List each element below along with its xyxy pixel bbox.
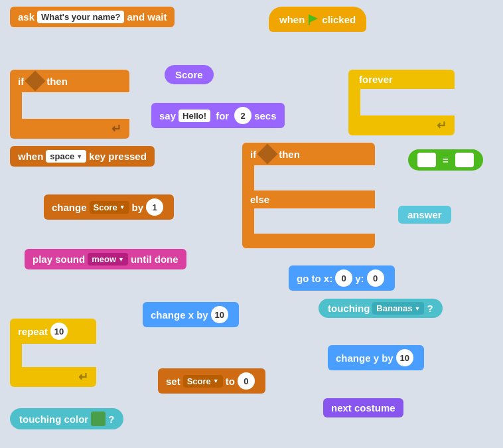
answer-block[interactable]: answer: [398, 206, 451, 224]
flag-icon: [307, 13, 319, 25]
set-label: set: [166, 376, 180, 387]
next-costume-block[interactable]: next costume: [323, 398, 403, 417]
until-done-label: until done: [131, 254, 179, 265]
change-y-label: change y by: [336, 352, 394, 364]
set-score-block[interactable]: set Score▼ to 0: [158, 368, 265, 394]
touching-block[interactable]: touching Bananas▼ ?: [319, 299, 443, 318]
touching-color-label: touching color: [19, 413, 88, 425]
go-to-block[interactable]: go to x: 0 y: 0: [289, 265, 395, 291]
set-dropdown[interactable]: Score▼: [183, 375, 223, 388]
forever-return-arrow: ↵: [437, 118, 447, 133]
ask-wait-block[interactable]: ask What's your name? and wait: [10, 7, 175, 27]
key-dropdown[interactable]: space▼: [46, 150, 86, 163]
answer-label: answer: [407, 209, 442, 220]
clicked-label: clicked: [322, 14, 356, 25]
when-key-label: when: [18, 151, 43, 162]
set-value[interactable]: 0: [238, 372, 255, 390]
score-label: Score: [175, 69, 203, 80]
goto-y[interactable]: 0: [367, 269, 384, 287]
repeat-block[interactable]: repeat 10 ↵: [10, 319, 96, 387]
equals-right[interactable]: [455, 153, 474, 167]
if-then-label: then: [279, 149, 300, 160]
say-label: say: [159, 110, 176, 121]
if-else-diamond: [257, 143, 278, 164]
forever-block[interactable]: forever ↵: [348, 70, 455, 135]
touching-q: ?: [427, 303, 433, 314]
ask-label: ask: [18, 11, 35, 23]
by-label: by: [132, 202, 144, 213]
change-y-amount[interactable]: 10: [396, 349, 413, 366]
score-reporter-block[interactable]: Score: [165, 65, 214, 84]
change-y-block[interactable]: change y by 10: [328, 345, 424, 370]
svg-marker-0: [309, 15, 318, 23]
change-x-block[interactable]: change x by 10: [143, 302, 239, 327]
change-x-amount[interactable]: 10: [211, 306, 228, 323]
secs-label: secs: [254, 110, 276, 121]
when-label: when: [279, 14, 305, 25]
if-then-block[interactable]: if then ↵: [10, 70, 129, 139]
repeat-return-arrow: ↵: [78, 370, 88, 384]
if-then-else-block[interactable]: if then else: [242, 143, 375, 248]
touching-color-block[interactable]: touching color ?: [10, 408, 123, 429]
play-sound-label: play sound: [33, 254, 85, 265]
secs-input[interactable]: 2: [234, 107, 252, 124]
play-sound-block[interactable]: play sound meow▼ until done: [25, 249, 186, 269]
if-else-label: if: [250, 149, 256, 160]
sound-dropdown[interactable]: meow▼: [88, 253, 128, 265]
score-dropdown[interactable]: Score▼: [90, 201, 129, 214]
color-swatch[interactable]: [91, 411, 106, 426]
key-pressed-label: key pressed: [89, 151, 147, 162]
touching-label: touching: [328, 303, 370, 314]
when-key-pressed-block[interactable]: when space▼ key pressed: [10, 146, 155, 167]
touching-color-q: ?: [108, 413, 114, 425]
ask-input[interactable]: What's your name?: [37, 11, 124, 23]
equals-block[interactable]: =: [408, 149, 483, 171]
if-label: if: [18, 76, 24, 87]
next-costume-label: next costume: [331, 402, 395, 413]
when-clicked-block[interactable]: when clicked: [269, 7, 366, 32]
change-x-label: change x by: [151, 309, 208, 321]
change-label: change: [52, 202, 87, 213]
to-label: to: [226, 376, 235, 387]
repeat-count[interactable]: 10: [50, 323, 68, 340]
and-wait-label: and wait: [127, 11, 167, 23]
condition-diamond: [25, 70, 46, 91]
say-input[interactable]: Hello!: [179, 110, 210, 122]
goto-x[interactable]: 0: [335, 269, 352, 287]
goto-label: go to x:: [297, 273, 332, 284]
touching-dropdown[interactable]: Bananas▼: [372, 302, 424, 315]
then-label: then: [46, 76, 68, 87]
change-amount[interactable]: 1: [146, 198, 163, 216]
else-label: else: [250, 194, 269, 205]
equals-sign: =: [443, 155, 449, 166]
y-label: y:: [355, 273, 364, 284]
say-hello-block[interactable]: say Hello! for 2 secs: [151, 103, 285, 128]
repeat-label: repeat: [18, 326, 48, 337]
for-label: for: [216, 110, 229, 121]
forever-label: forever: [359, 74, 393, 85]
equals-left[interactable]: [417, 153, 436, 167]
change-score-block[interactable]: change Score▼ by 1: [44, 194, 174, 220]
return-arrow: ↵: [111, 121, 121, 136]
